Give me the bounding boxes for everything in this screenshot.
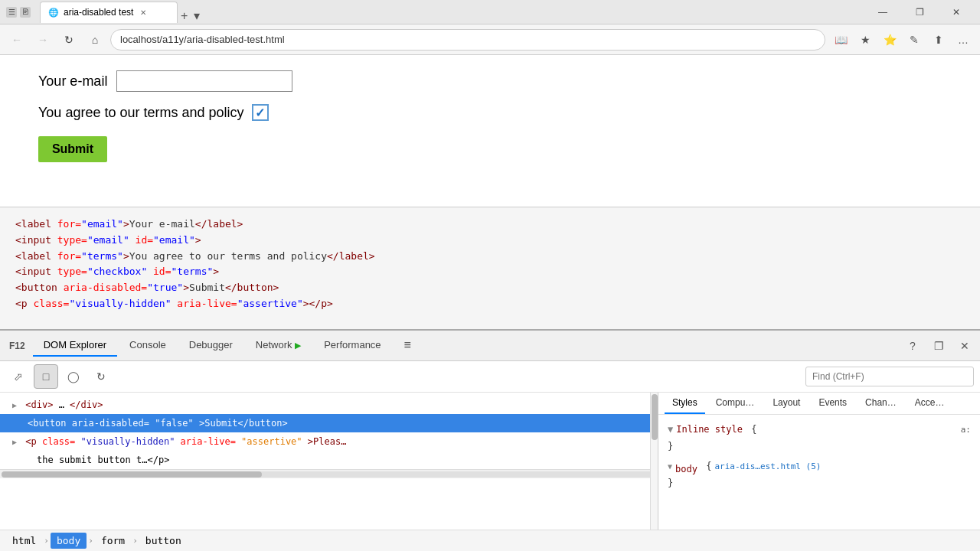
accessibility-tab[interactable]: Acce… xyxy=(907,393,952,414)
body-brace: { xyxy=(701,461,711,471)
breadcrumb-form[interactable]: form xyxy=(95,533,131,549)
run-icon: ▶ xyxy=(295,341,301,350)
devtools-toolbar: ⬀ □ ◯ ↻ xyxy=(0,361,980,393)
events-tab[interactable]: Events xyxy=(811,393,854,414)
tab-icon-btn[interactable]: ☰ xyxy=(6,7,17,18)
dom-class-val: "visually-hidden" xyxy=(81,436,175,447)
more-button[interactable]: … xyxy=(952,29,974,51)
forward-button[interactable]: → xyxy=(32,29,54,51)
dom-aria-val: "false" xyxy=(155,418,194,429)
code-line-6: <p class="visually-hidden" aria-live="as… xyxy=(15,296,965,312)
devtools-help-button[interactable]: ? xyxy=(900,334,925,358)
devtools-panel: F12 DOM Explorer Console Debugger Networ… xyxy=(0,329,980,551)
code-terms-text: You agree to our terms and policy xyxy=(129,250,327,262)
code-submit-text: Submit xyxy=(189,282,225,293)
cursor-icon: ⬀ xyxy=(14,370,23,383)
breadcrumb-body[interactable]: body xyxy=(51,533,87,549)
code-val: "email" xyxy=(81,218,123,230)
inline-arrow-icon: ▼ xyxy=(668,424,673,435)
tab-filter[interactable]: ≡ xyxy=(394,334,422,358)
responsive-button[interactable]: ◯ xyxy=(61,364,86,389)
tab-network[interactable]: Network ▶ xyxy=(245,334,312,357)
rotate-button[interactable]: ↻ xyxy=(89,364,113,389)
refresh-button[interactable]: ↻ xyxy=(58,29,80,51)
tab-list-button[interactable]: ▾ xyxy=(191,8,203,23)
code-line-4: <input type="checkbox" id="terms"> xyxy=(15,264,965,280)
title-bar-controls: ☰ 🖹 xyxy=(6,7,31,18)
browser-window: ☰ 🖹 🌐 aria-disabled test ✕ + ▾ — ❐ ✕ ← →… xyxy=(0,0,980,551)
h-scroll-track xyxy=(2,471,656,478)
code-tag: <label xyxy=(15,218,51,230)
devtools-close-button[interactable]: ✕ xyxy=(952,334,977,358)
dom-line-p-text: the submit button t…</p> xyxy=(0,451,658,469)
code-type2-attr: type= xyxy=(57,266,87,277)
restore-button[interactable]: ❐ xyxy=(902,0,937,24)
pen-button[interactable]: ✎ xyxy=(903,29,925,51)
title-bar: ☰ 🖹 🌐 aria-disabled test ✕ + ▾ — ❐ ✕ xyxy=(0,0,980,24)
active-tab[interactable]: 🌐 aria-disabled test ✕ xyxy=(40,2,178,23)
breadcrumb-button[interactable]: button xyxy=(139,533,188,549)
dom-panel: ▶ <div> … </div> <button aria-disabled= … xyxy=(0,393,658,530)
dom-line-div[interactable]: ▶ <div> … </div> xyxy=(0,396,658,414)
code-tag-close: > xyxy=(123,218,129,230)
f12-label: F12 xyxy=(3,341,31,351)
breadcrumb-html[interactable]: html xyxy=(6,533,42,549)
tab-console[interactable]: Console xyxy=(119,334,177,357)
checkmark-icon: ✓ xyxy=(255,106,265,120)
body-file-link[interactable]: aria-dis…est.html (5) xyxy=(714,461,821,471)
new-tab-button[interactable]: + xyxy=(178,9,191,23)
styles-panel: Styles Compu… Layout Events Chan… Acce… … xyxy=(658,393,980,530)
computed-tab[interactable]: Compu… xyxy=(708,393,763,414)
code-id2-attr: id= xyxy=(153,266,171,277)
body-rule-header: ▼ body { aria-dis…est.html (5) xyxy=(668,458,971,474)
dom-line-button[interactable]: <button aria-disabled= "false" >Submit</… xyxy=(0,414,658,432)
tab-performance[interactable]: Performance xyxy=(313,334,391,357)
code-class-val: "visually-hidden" xyxy=(69,298,171,309)
address-bar-row: ← → ↻ ⌂ localhost/a11y/aria-disabled-tes… xyxy=(0,24,980,55)
email-input[interactable] xyxy=(116,70,292,92)
window-controls: — ❐ ✕ xyxy=(865,0,974,24)
body-rule: ▼ body { aria-dis…est.html (5) } xyxy=(668,458,971,488)
url-text: localhost/a11y/aria-disabled-test.html xyxy=(120,34,285,45)
styles-tab[interactable]: Styles xyxy=(665,393,705,414)
dom-scrollbar-thumb xyxy=(652,394,658,440)
box-icon: □ xyxy=(43,370,49,383)
tab-close-button[interactable]: ✕ xyxy=(138,7,149,18)
bookmark-button[interactable]: ★ xyxy=(854,29,876,51)
back-button[interactable]: ← xyxy=(6,29,28,51)
favorites-button[interactable]: ⭐ xyxy=(879,29,900,51)
devtools-expand-button[interactable]: ❐ xyxy=(926,334,951,358)
tab-dom-explorer[interactable]: DOM Explorer xyxy=(33,334,117,357)
devtools-right-icons: ? ❐ ✕ xyxy=(900,334,977,358)
tab-debugger[interactable]: Debugger xyxy=(178,334,243,357)
code-id-attr: id= xyxy=(136,234,153,246)
home-button[interactable]: ⌂ xyxy=(84,29,106,51)
reader-view-button[interactable]: 📖 xyxy=(830,29,851,51)
dom-p-content: >Pleas… xyxy=(308,436,347,447)
layout-tab[interactable]: Layout xyxy=(765,393,808,414)
changes-tab[interactable]: Chan… xyxy=(858,393,904,414)
breadcrumb-sep-2: › xyxy=(88,536,93,546)
toolbar-icons: 📖 ★ ⭐ ✎ ⬆ … xyxy=(830,29,974,51)
code-for2-attr: for= xyxy=(57,250,81,262)
tab-title: aria-disabled test xyxy=(64,7,133,18)
dom-vertical-scrollbar[interactable] xyxy=(650,393,658,530)
code-line-1: <label for="email">Your e-mail</label> xyxy=(15,217,965,233)
inspect-element-button[interactable]: □ xyxy=(34,364,58,389)
dom-aria-attr: aria-disabled= xyxy=(72,418,149,429)
select-element-button[interactable]: ⬀ xyxy=(6,364,31,389)
submit-button[interactable]: Submit xyxy=(38,136,107,162)
dom-horizontal-scrollbar[interactable] xyxy=(0,469,658,478)
minimize-button[interactable]: — xyxy=(865,0,900,24)
dom-search-input[interactable] xyxy=(805,367,974,386)
inline-style-header[interactable]: ▼ Inline style { a: xyxy=(668,421,971,438)
address-bar[interactable]: localhost/a11y/aria-disabled-test.html xyxy=(110,29,825,51)
code-for2-val: "terms" xyxy=(81,250,123,262)
terms-checkbox[interactable]: ✓ xyxy=(252,104,269,121)
code-p-tag: <p xyxy=(15,298,28,309)
dom-p-text-content: the submit button t…</p> xyxy=(37,455,169,465)
dom-line-p[interactable]: ▶ <p class= "visually-hidden" aria-live=… xyxy=(0,432,658,451)
code-input-tag: <input xyxy=(15,234,51,246)
share-button[interactable]: ⬆ xyxy=(928,29,949,51)
close-button[interactable]: ✕ xyxy=(939,0,974,24)
